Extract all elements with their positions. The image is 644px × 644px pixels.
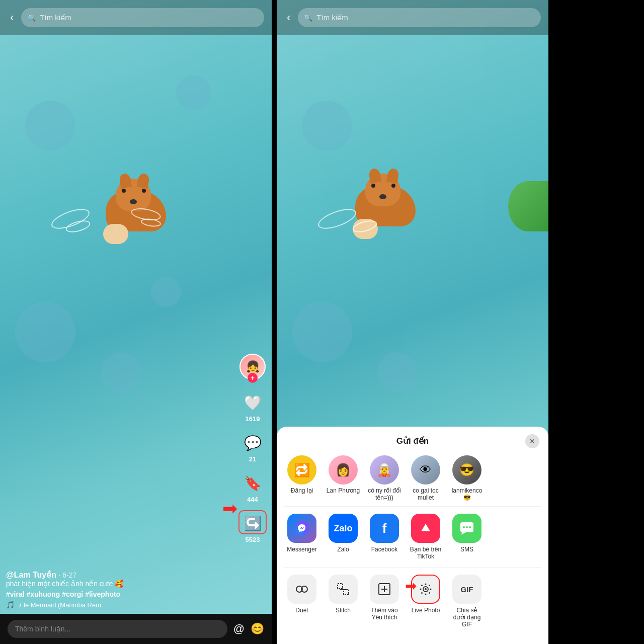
follow-button[interactable]: + [248,373,258,383]
app-zalo[interactable]: Zalo Zalo [326,514,361,560]
options-section: ➡ Duet [277,569,548,634]
hashtags: #viral #xuhuong #corgi #livephoto [6,590,236,598]
green-creature [508,181,548,231]
facebook-icon: f [370,514,399,543]
option-stitch[interactable]: Stitch [326,575,361,628]
svg-marker-1 [421,524,430,531]
creator-avatar-wrap[interactable]: 👧 + [239,354,266,380]
heart-icon: 🤍 [242,391,264,414]
zalo-icon: Zalo [329,514,358,543]
video-background [0,0,272,644]
friend-name-2: có ny rồi đổi tên=))) [367,487,401,501]
favorite-icon [370,575,399,604]
friends-row: 🔁 Đăng lại 👩 Lan Phương 🧝 có ny rồi đổi … [277,451,548,505]
share-button[interactable]: ↪️ 5523 [242,512,264,543]
friend-avatar-1: 👩 [329,455,358,485]
friend-name: Đăng lại [291,487,313,494]
friend-name-4: lanmikenco 😎 [450,487,484,501]
username: @Lam Tuyền [6,571,56,579]
arrow-indicator: ➡ [222,498,237,519]
search-icon-right: 🔍 [304,14,312,22]
friend-item-3[interactable]: 👁 co gai toc mullet [408,455,443,501]
search-placeholder: Tìm kiếm [40,13,71,22]
share-count: 5523 [246,536,260,543]
messenger-label: Messenger [287,546,316,553]
friend-item-4[interactable]: 😎 lanmikenco 😎 [449,455,485,501]
comment-icon: 💬 [242,432,264,454]
search-bar-right[interactable]: 🔍 Tìm kiếm [298,8,541,27]
stitch-icon [329,575,358,604]
messenger-icon [287,514,316,543]
bookmark-icon: 🔖 [242,472,264,494]
comment-input[interactable]: Thêm bình luận... [8,620,227,638]
option-duet[interactable]: Duet [284,575,319,628]
svg-rect-10 [344,590,349,595]
svg-point-24 [421,592,423,594]
back-button-right[interactable]: ‹ [284,9,293,27]
duet-icon [287,575,316,604]
arrow-icon: ➡ [222,498,237,519]
app-sms[interactable]: SMS [449,514,485,560]
username-date-row: @Lam Tuyền · 6-27 [6,570,236,580]
mention-icon[interactable]: @ [233,622,245,635]
friend-avatar-4: 😎 [452,455,481,485]
share-sheet: Gửi đến ✕ 🔁 Đăng lại 👩 Lan Phương 🧝 có n… [277,427,548,644]
facebook-label: Facebook [371,546,398,553]
friend-item-repost[interactable]: 🔁 Đăng lại [284,455,319,501]
gif-label: Chia sẻ dưới dạng GIF [450,607,484,628]
friend-avatar-3: 👁 [411,455,440,485]
app-facebook[interactable]: f Facebook [367,514,402,560]
post-date: · 6-27 [58,571,76,579]
svg-point-25 [429,592,430,594]
svg-point-4 [463,526,465,528]
like-count: 1619 [246,415,260,423]
sms-icon [452,514,481,543]
svg-point-20 [420,589,422,590]
comment-bar: Thêm bình luận... @ 😊 [0,614,272,644]
friend-item-2[interactable]: 🧝 có ny rồi đổi tên=))) [367,455,402,501]
svg-point-5 [466,526,468,528]
sheet-close-button[interactable]: ✕ [525,434,539,448]
gif-icon: GIF [452,575,481,604]
top-bar: ‹ 🔍 Tìm kiếm [0,0,272,35]
share-highlight [238,510,267,534]
search-placeholder-right: Tìm kiếm [316,13,348,22]
friend-name-1: Lan Phương [327,487,360,494]
apps-row: Messenger Zalo Zalo f Facebook [277,508,548,566]
emoji-icon[interactable]: 😊 [251,622,264,635]
bookmark-button[interactable]: 🔖 444 [242,472,264,503]
app-messenger[interactable]: Messenger [284,514,319,560]
option-favorite[interactable]: Thêm vào Yêu thích [367,575,402,628]
friend-item-1[interactable]: 👩 Lan Phương [326,455,361,501]
favorite-label: Thêm vào Yêu thích [367,607,401,621]
right-actions: 👧 + 🤍 1619 💬 21 🔖 444 ↪️ 5523 [239,354,266,543]
svg-point-22 [421,585,423,586]
svg-point-0 [295,521,309,535]
zalo-label: Zalo [337,546,349,553]
music-note-icon: 🎵 [6,601,15,609]
svg-rect-9 [338,584,343,589]
options-arrow: ➡ [405,578,417,594]
option-gif[interactable]: GIF Chia sẻ dưới dạng GIF [449,575,485,628]
tiktok-friends-icon [411,514,440,543]
back-button[interactable]: ‹ [8,9,16,27]
music-row: 🎵 ♪ le Mermaid (Marimba Rem [6,601,236,609]
bottom-info: @Lam Tuyền · 6-27 phát hiện một chiếc ản… [6,570,236,609]
svg-point-19 [425,594,427,595]
search-bar[interactable]: 🔍 Tìm kiếm [21,8,264,27]
comment-count: 21 [249,455,256,463]
bookmark-count: 444 [247,496,258,503]
description: phát hiện một chiếc ảnh nền cute 🥰 [6,580,236,588]
comment-button[interactable]: 💬 21 [242,432,264,463]
svg-point-23 [429,585,430,586]
divider-1 [284,506,541,507]
corgi-illustration-right [335,171,436,242]
left-screen: ‹ 🔍 Tìm kiếm 👧 + 🤍 1619 💬 21 🔖 444 ↪️ [0,0,272,644]
like-button[interactable]: 🤍 1619 [242,391,264,423]
svg-point-18 [425,584,427,585]
sheet-header: Gửi đến ✕ [277,427,548,451]
comment-placeholder: Thêm bình luận... [15,625,70,633]
svg-point-17 [425,588,427,590]
sheet-title: Gửi đến [396,436,429,446]
app-tiktok-friends[interactable]: Bạn bè trên TikTok [408,514,443,560]
